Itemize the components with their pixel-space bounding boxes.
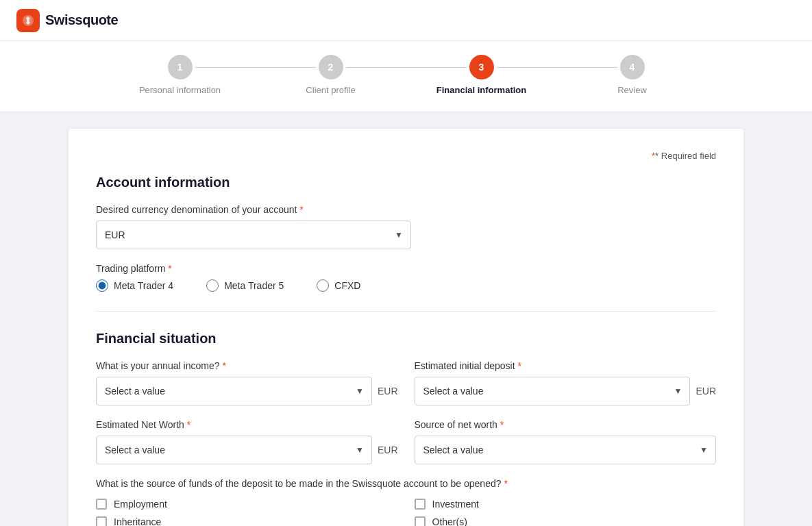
currency-label: Desired currency denomination of your ac… xyxy=(96,204,716,215)
networth-source-row: Estimated Net Worth * Select a value ▼ E… xyxy=(96,419,716,478)
annual-income-select-wrap: Select a value ▼ EUR xyxy=(96,377,398,405)
step-4: 4 Review xyxy=(557,55,708,95)
required-note: ** Required field xyxy=(96,151,716,161)
fund-sources-question: What is the source of funds of the depos… xyxy=(96,478,716,489)
stepper: 1 Personal information 2 Client profile … xyxy=(0,41,812,112)
fund-sources-group: What is the source of funds of the depos… xyxy=(96,478,716,526)
logo-icon xyxy=(16,9,40,32)
account-section-title: Account information xyxy=(96,175,716,190)
main-content: ** Required field Account information De… xyxy=(0,112,812,526)
source-net-worth-select[interactable]: Select a value xyxy=(415,436,717,464)
source-net-worth-select-wrap: Select a value ▼ xyxy=(415,436,717,464)
radio-cfxd[interactable] xyxy=(317,279,329,292)
annual-income-suffix: EUR xyxy=(378,386,398,397)
logo: Swissquote xyxy=(16,9,118,32)
step-2: 2 Client profile xyxy=(256,55,406,95)
checkbox-others[interactable] xyxy=(415,516,426,526)
trading-platform-group: Trading platform * Meta Trader 4 Meta Tr… xyxy=(96,263,716,292)
step-3: 3 Financial information xyxy=(406,55,557,95)
step-1: 1 Personal information xyxy=(105,55,256,95)
step-label-3: Financial information xyxy=(436,85,526,95)
checkbox-employment[interactable] xyxy=(96,499,107,510)
net-worth-group: Estimated Net Worth * Select a value ▼ E… xyxy=(96,419,398,464)
step-label-1: Personal information xyxy=(139,85,221,95)
trading-platform-radio-group: Meta Trader 4 Meta Trader 5 CFXD xyxy=(96,279,716,292)
checkbox-label-others[interactable]: Other(s) xyxy=(415,516,717,526)
financial-section-title: Financial situation xyxy=(96,331,716,347)
checkbox-label-investment[interactable]: Investment xyxy=(415,499,717,510)
income-deposit-row: What is your annual income? * Select a v… xyxy=(96,360,716,419)
radio-label-cfxd[interactable]: CFXD xyxy=(317,279,360,292)
initial-deposit-select[interactable]: Select a value xyxy=(415,377,691,405)
net-worth-select[interactable]: Select a value xyxy=(96,436,372,464)
svg-rect-1 xyxy=(27,18,29,23)
net-worth-select-wrap: Select a value ▼ EUR xyxy=(96,436,398,464)
fund-sources-checkboxes: Employment Investment Inheritance Other(… xyxy=(96,499,716,526)
initial-deposit-group: Estimated initial deposit * Select a val… xyxy=(415,360,717,405)
net-worth-suffix: EUR xyxy=(378,444,398,455)
net-worth-label: Estimated Net Worth * xyxy=(96,419,398,430)
step-circle-4: 4 xyxy=(620,55,645,79)
radio-label-mt5[interactable]: Meta Trader 5 xyxy=(206,279,284,292)
logo-text: Swissquote xyxy=(45,12,118,28)
initial-deposit-label: Estimated initial deposit * xyxy=(415,360,717,371)
checkbox-label-employment[interactable]: Employment xyxy=(96,499,398,510)
currency-select[interactable]: EUR USD GBP CHF xyxy=(96,221,411,249)
checkbox-inheritance[interactable] xyxy=(96,516,107,526)
source-net-worth-group: Source of net worth * Select a value ▼ xyxy=(415,419,717,464)
checkbox-investment[interactable] xyxy=(415,499,426,510)
annual-income-select[interactable]: Select a value xyxy=(96,377,372,405)
radio-label-mt4[interactable]: Meta Trader 4 xyxy=(96,279,173,292)
checkbox-label-inheritance[interactable]: Inheritance xyxy=(96,516,398,526)
header: Swissquote xyxy=(0,0,812,41)
step-circle-1: 1 xyxy=(168,55,193,79)
radio-mt4[interactable] xyxy=(96,279,108,292)
currency-select-wrap: EUR USD GBP CHF ▼ xyxy=(96,221,411,249)
source-net-worth-label: Source of net worth * xyxy=(415,419,717,430)
annual-income-label: What is your annual income? * xyxy=(96,360,398,371)
initial-deposit-suffix: EUR xyxy=(696,386,716,397)
initial-deposit-select-wrap: Select a value ▼ EUR xyxy=(415,377,717,405)
radio-mt5[interactable] xyxy=(206,279,219,292)
step-label-4: Review xyxy=(617,85,647,95)
trading-platform-label: Trading platform * xyxy=(96,263,716,274)
currency-group: Desired currency denomination of your ac… xyxy=(96,204,716,249)
step-label-2: Client profile xyxy=(306,85,355,95)
annual-income-group: What is your annual income? * Select a v… xyxy=(96,360,398,405)
step-circle-2: 2 xyxy=(319,55,343,79)
step-circle-3: 3 xyxy=(469,55,494,79)
section-divider-1 xyxy=(96,311,716,312)
form-card: ** Required field Account information De… xyxy=(69,129,743,526)
